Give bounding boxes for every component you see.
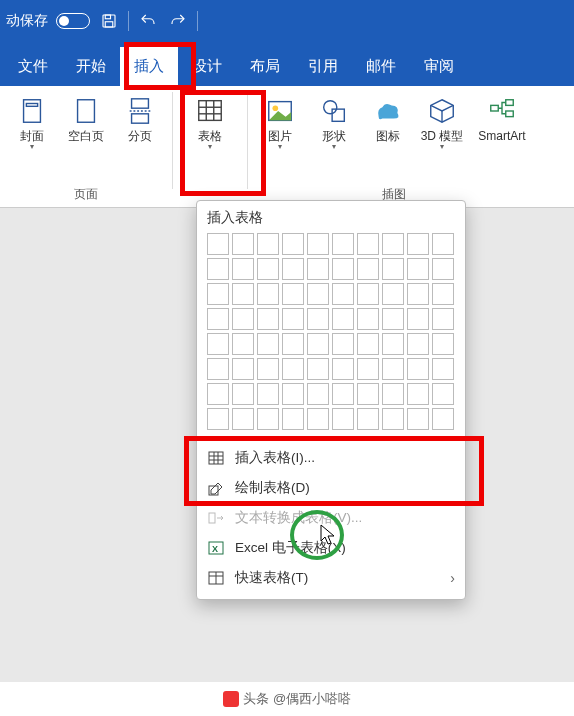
grid-cell[interactable] xyxy=(382,283,404,305)
grid-cell[interactable] xyxy=(257,358,279,380)
grid-cell[interactable] xyxy=(407,408,429,430)
grid-cell[interactable] xyxy=(307,358,329,380)
grid-cell[interactable] xyxy=(357,308,379,330)
grid-cell[interactable] xyxy=(357,333,379,355)
smartart-button[interactable]: SmartArt xyxy=(470,90,534,184)
menu-quick-tables[interactable]: 快速表格(T) › xyxy=(197,563,465,593)
grid-cell[interactable] xyxy=(357,258,379,280)
grid-cell[interactable] xyxy=(332,258,354,280)
grid-cell[interactable] xyxy=(357,358,379,380)
grid-cell[interactable] xyxy=(207,308,229,330)
page-break-button[interactable]: 分页 xyxy=(114,90,166,184)
grid-cell[interactable] xyxy=(282,258,304,280)
save-icon[interactable] xyxy=(98,10,120,32)
grid-cell[interactable] xyxy=(432,408,454,430)
grid-cell[interactable] xyxy=(282,408,304,430)
grid-cell[interactable] xyxy=(382,408,404,430)
grid-cell[interactable] xyxy=(357,408,379,430)
grid-cell[interactable] xyxy=(307,383,329,405)
grid-cell[interactable] xyxy=(407,333,429,355)
tab-mail[interactable]: 邮件 xyxy=(352,47,410,86)
grid-cell[interactable] xyxy=(282,308,304,330)
grid-cell[interactable] xyxy=(257,383,279,405)
grid-cell[interactable] xyxy=(382,308,404,330)
grid-cell[interactable] xyxy=(407,308,429,330)
menu-excel-spreadsheet[interactable]: X Excel 电子表格(X) xyxy=(197,533,465,563)
grid-cell[interactable] xyxy=(257,408,279,430)
grid-cell[interactable] xyxy=(307,258,329,280)
grid-cell[interactable] xyxy=(282,233,304,255)
grid-cell[interactable] xyxy=(257,333,279,355)
grid-cell[interactable] xyxy=(307,308,329,330)
3d-models-button[interactable]: 3D 模型▾ xyxy=(416,90,468,184)
grid-cell[interactable] xyxy=(257,308,279,330)
shapes-button[interactable]: 形状▾ xyxy=(308,90,360,184)
grid-cell[interactable] xyxy=(232,233,254,255)
grid-cell[interactable] xyxy=(257,283,279,305)
tab-layout[interactable]: 布局 xyxy=(236,47,294,86)
grid-cell[interactable] xyxy=(432,233,454,255)
grid-cell[interactable] xyxy=(432,383,454,405)
grid-cell[interactable] xyxy=(257,258,279,280)
grid-cell[interactable] xyxy=(232,308,254,330)
grid-cell[interactable] xyxy=(432,258,454,280)
grid-cell[interactable] xyxy=(207,408,229,430)
blank-page-button[interactable]: 空白页 xyxy=(60,90,112,184)
table-button[interactable]: 表格▾ xyxy=(179,90,241,187)
tab-insert[interactable]: 插入 xyxy=(120,47,178,86)
grid-cell[interactable] xyxy=(232,333,254,355)
tab-review[interactable]: 审阅 xyxy=(410,47,468,86)
grid-cell[interactable] xyxy=(407,258,429,280)
grid-cell[interactable] xyxy=(407,358,429,380)
autosave-toggle[interactable] xyxy=(56,13,90,29)
tab-file[interactable]: 文件 xyxy=(4,47,62,86)
redo-icon[interactable] xyxy=(167,10,189,32)
grid-cell[interactable] xyxy=(382,358,404,380)
table-size-grid[interactable] xyxy=(197,233,465,438)
grid-cell[interactable] xyxy=(432,358,454,380)
tab-references[interactable]: 引用 xyxy=(294,47,352,86)
grid-cell[interactable] xyxy=(232,258,254,280)
grid-cell[interactable] xyxy=(282,383,304,405)
grid-cell[interactable] xyxy=(207,283,229,305)
grid-cell[interactable] xyxy=(282,283,304,305)
grid-cell[interactable] xyxy=(332,308,354,330)
cover-page-button[interactable]: 封面▾ xyxy=(6,90,58,184)
grid-cell[interactable] xyxy=(207,233,229,255)
grid-cell[interactable] xyxy=(357,283,379,305)
grid-cell[interactable] xyxy=(357,383,379,405)
undo-icon[interactable] xyxy=(137,10,159,32)
grid-cell[interactable] xyxy=(282,358,304,380)
grid-cell[interactable] xyxy=(407,383,429,405)
pictures-button[interactable]: 图片▾ xyxy=(254,90,306,184)
grid-cell[interactable] xyxy=(332,408,354,430)
menu-draw-table[interactable]: 绘制表格(D) xyxy=(197,473,465,503)
grid-cell[interactable] xyxy=(407,233,429,255)
grid-cell[interactable] xyxy=(332,333,354,355)
icons-button[interactable]: 图标 xyxy=(362,90,414,184)
grid-cell[interactable] xyxy=(207,383,229,405)
grid-cell[interactable] xyxy=(207,333,229,355)
grid-cell[interactable] xyxy=(232,358,254,380)
grid-cell[interactable] xyxy=(232,383,254,405)
tab-design[interactable]: 设计 xyxy=(178,47,236,86)
grid-cell[interactable] xyxy=(307,333,329,355)
grid-cell[interactable] xyxy=(307,233,329,255)
grid-cell[interactable] xyxy=(382,233,404,255)
grid-cell[interactable] xyxy=(407,283,429,305)
grid-cell[interactable] xyxy=(332,233,354,255)
grid-cell[interactable] xyxy=(432,333,454,355)
grid-cell[interactable] xyxy=(207,358,229,380)
grid-cell[interactable] xyxy=(432,308,454,330)
menu-insert-table[interactable]: 插入表格(I)... xyxy=(197,443,465,473)
grid-cell[interactable] xyxy=(332,358,354,380)
grid-cell[interactable] xyxy=(307,283,329,305)
grid-cell[interactable] xyxy=(432,283,454,305)
grid-cell[interactable] xyxy=(382,258,404,280)
grid-cell[interactable] xyxy=(382,383,404,405)
grid-cell[interactable] xyxy=(357,233,379,255)
grid-cell[interactable] xyxy=(282,333,304,355)
grid-cell[interactable] xyxy=(207,258,229,280)
grid-cell[interactable] xyxy=(307,408,329,430)
grid-cell[interactable] xyxy=(332,283,354,305)
